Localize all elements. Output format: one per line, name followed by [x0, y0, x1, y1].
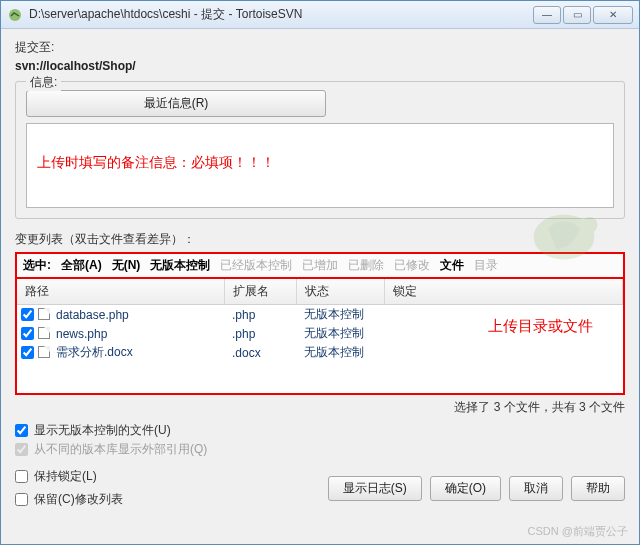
- file-list: 路径 扩展名 状态 锁定 database.php .php 无版本控制 new…: [15, 279, 625, 395]
- commit-dialog: D:\server\apache\htdocs\ceshi - 提交 - Tor…: [0, 0, 640, 545]
- row-checkbox[interactable]: [21, 346, 34, 359]
- close-button[interactable]: ✕: [593, 6, 633, 24]
- show-log-button[interactable]: 显示日志(S): [328, 476, 422, 501]
- checkbox[interactable]: [15, 470, 28, 483]
- col-lock[interactable]: 锁定: [385, 279, 623, 304]
- message-group: 信息: 最近信息(R) 上传时填写的备注信息：必填项！！！: [15, 81, 625, 219]
- file-status: 无版本控制: [304, 344, 392, 361]
- cancel-button[interactable]: 取消: [509, 476, 563, 501]
- table-row[interactable]: 需求分析.docx .docx 无版本控制: [17, 343, 623, 362]
- select-deleted: 已删除: [348, 257, 384, 274]
- show-unversioned-checkbox[interactable]: 显示无版本控制的文件(U): [15, 422, 625, 439]
- select-label: 选中:: [23, 257, 51, 274]
- keep-locks-checkbox[interactable]: 保持锁定(L): [15, 468, 123, 485]
- checkbox[interactable]: [15, 493, 28, 506]
- file-name: database.php: [56, 308, 232, 322]
- col-ext[interactable]: 扩展名: [225, 279, 297, 304]
- titlebar[interactable]: D:\server\apache\htdocs\ceshi - 提交 - Tor…: [1, 1, 639, 29]
- commit-to-label: 提交至:: [15, 39, 625, 56]
- select-versioned: 已经版本控制: [220, 257, 292, 274]
- window-title: D:\server\apache\htdocs\ceshi - 提交 - Tor…: [29, 6, 533, 23]
- file-icon: [38, 346, 52, 360]
- file-status: 无版本控制: [304, 325, 392, 342]
- svg-point-0: [9, 9, 21, 21]
- checkbox-label: 显示无版本控制的文件(U): [34, 422, 171, 439]
- client-area: 提交至: svn://localhost/Shop/ 信息: 最近信息(R) 上…: [1, 29, 639, 518]
- recent-messages-button[interactable]: 最近信息(R): [26, 90, 326, 117]
- select-none[interactable]: 无(N): [112, 257, 141, 274]
- selection-status: 选择了 3 个文件，共有 3 个文件: [15, 395, 625, 420]
- minimize-button[interactable]: —: [533, 6, 561, 24]
- help-button[interactable]: 帮助: [571, 476, 625, 501]
- file-ext: .php: [232, 327, 304, 341]
- checkbox: [15, 443, 28, 456]
- select-modified: 已修改: [394, 257, 430, 274]
- commit-url: svn://localhost/Shop/: [15, 59, 625, 73]
- message-legend: 信息:: [26, 74, 61, 91]
- window-controls: — ▭ ✕: [533, 6, 633, 24]
- file-icon: [38, 327, 52, 341]
- col-path[interactable]: 路径: [17, 279, 225, 304]
- selection-toolbar: 选中: 全部(A) 无(N) 无版本控制 已经版本控制 已增加 已删除 已修改 …: [15, 252, 625, 279]
- file-ext: .php: [232, 308, 304, 322]
- checkbox[interactable]: [15, 424, 28, 437]
- select-added: 已增加: [302, 257, 338, 274]
- footer: 保持锁定(L) 保留(C)修改列表 显示日志(S) 确定(O) 取消 帮助: [15, 466, 625, 510]
- file-name: 需求分析.docx: [56, 344, 232, 361]
- keep-changelist-checkbox[interactable]: 保留(C)修改列表: [15, 491, 123, 508]
- select-files[interactable]: 文件: [440, 257, 464, 274]
- annotation-message: 上传时填写的备注信息：必填项！！！: [37, 154, 603, 172]
- watermark-text: CSDN @前端贾公子: [528, 524, 628, 539]
- select-dirs: 目录: [474, 257, 498, 274]
- col-status[interactable]: 状态: [297, 279, 385, 304]
- maximize-button[interactable]: ▭: [563, 6, 591, 24]
- checkbox-label: 保持锁定(L): [34, 468, 97, 485]
- row-checkbox[interactable]: [21, 308, 34, 321]
- ok-button[interactable]: 确定(O): [430, 476, 501, 501]
- select-all[interactable]: 全部(A): [61, 257, 102, 274]
- annotation-filelist: 上传目录或文件: [488, 317, 593, 336]
- file-name: news.php: [56, 327, 232, 341]
- file-icon: [38, 308, 52, 322]
- checkbox-label: 保留(C)修改列表: [34, 491, 123, 508]
- commit-message-input[interactable]: 上传时填写的备注信息：必填项！！！: [26, 123, 614, 208]
- checkbox-label: 从不同的版本库显示外部引用(Q): [34, 441, 207, 458]
- column-headers[interactable]: 路径 扩展名 状态 锁定: [17, 279, 623, 305]
- file-status: 无版本控制: [304, 306, 392, 323]
- app-icon: [7, 7, 23, 23]
- select-unversioned[interactable]: 无版本控制: [150, 257, 210, 274]
- file-ext: .docx: [232, 346, 304, 360]
- row-checkbox[interactable]: [21, 327, 34, 340]
- show-externals-checkbox: 从不同的版本库显示外部引用(Q): [15, 441, 625, 458]
- changelist-label: 变更列表（双击文件查看差异）：: [15, 231, 625, 248]
